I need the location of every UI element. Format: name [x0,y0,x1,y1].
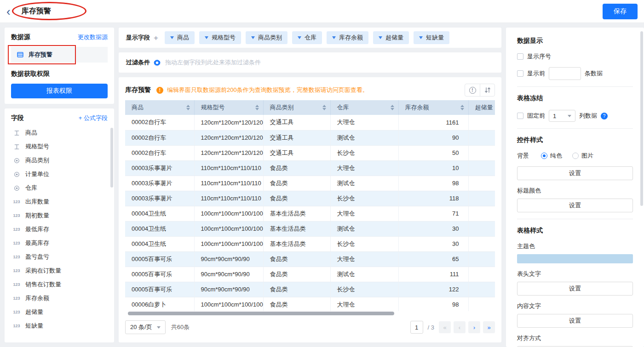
sort-arrows-icon[interactable] [186,105,190,110]
table-row[interactable]: 00004卫生纸100cm*100cm*100/100基本生活品类大理仓71 [125,206,495,221]
field-item-商品[interactable]: 商品 [5,126,114,140]
last-page-button[interactable]: » [483,321,495,333]
column-header-商品类别[interactable]: 商品类别 [263,100,330,115]
table-cell: 120cm*120cm*120/120 [194,115,263,130]
freeze-columns-checkbox[interactable] [517,113,523,119]
display-field-chip-仓库[interactable]: 仓库 [292,31,322,44]
table-cell [468,206,495,221]
field-item-超储量[interactable]: 123超储量 [5,305,114,319]
column-header-商品[interactable]: 商品 [125,100,194,115]
show-index-checkbox[interactable] [517,53,523,60]
table-row[interactable]: 00004卫生纸100cm*100cm*100/100基本生活品类长沙仓30 [125,236,495,251]
column-header-超储量[interactable]: 超储量 [468,100,495,115]
theme-color-swatch[interactable] [517,254,633,263]
field-item-期初数量[interactable]: 123期初数量 [5,209,114,222]
column-header-仓库[interactable]: 仓库 [330,100,398,115]
table-row[interactable]: 00002自行车120cm*120cm*120/120交通工具长沙仓50 [125,145,495,160]
display-field-chip-库存余额[interactable]: 库存余额 [327,31,368,44]
table-cell: 大理仓 [330,297,398,311]
show-first-count-input[interactable] [549,67,581,80]
sort-arrows-icon[interactable] [391,105,394,110]
display-field-chip-商品类别[interactable]: 商品类别 [246,31,288,44]
number-field-icon: 123 [12,255,21,259]
add-formula-field-link[interactable]: + 公式字段 [79,114,108,122]
sort-icon[interactable] [480,84,494,96]
title-color-set-button[interactable]: 设置 [517,199,633,212]
report-permission-button[interactable]: 报表权限 [11,84,108,98]
field-item-仓库[interactable]: 仓库 [5,181,114,195]
table-cell: 110cm*110cm*110/110 [194,191,263,206]
fields-scrollbar[interactable] [110,128,113,188]
warning-text: 编辑界面只取数据源前200条作为查询数据预览，完整数据请访问页面查看。 [167,86,368,94]
gear-icon[interactable] [154,59,161,66]
field-item-最高库存[interactable]: 123最高库存 [5,236,114,250]
bg-solid-option[interactable]: 纯色 [541,152,562,160]
table-cell: 测试仓 [330,176,398,191]
field-item-销售在订数量[interactable]: 123销售在订数量 [5,278,114,291]
page-title: 库存预警 [22,6,51,16]
datasource-item[interactable]: 库存预警 [11,47,108,63]
field-item-采购在订数量[interactable]: 123采购在订数量 [5,264,114,278]
scrollbar-thumb[interactable] [128,312,394,315]
column-header-库存余额[interactable]: 库存余额 [398,100,468,115]
select-field-icon [12,185,21,191]
background-label: 背景 [517,152,529,160]
table-row[interactable]: 00003乐事薯片110cm*110cm*110/110食品类大理仓10 [125,160,495,176]
content-text-set-button[interactable]: 设置 [517,314,633,328]
next-page-button[interactable]: › [468,321,480,333]
header-text-set-button[interactable]: 设置 [517,282,633,296]
prev-page-button[interactable]: ‹ [454,321,466,333]
table-row[interactable]: 00005百事可乐90cm*90cm*90/90食品类测试仓111 [125,267,495,282]
table-row[interactable]: 00002自行车120cm*120cm*120/120交通工具大理仓1161 [125,115,495,130]
filter-bar[interactable]: 过滤条件 拖动左侧字段到此处来添加过滤条件 [119,52,501,73]
field-item-商品类别[interactable]: 商品类别 [5,154,114,167]
help-icon[interactable]: ? [601,113,608,119]
background-set-button[interactable]: 设置 [517,166,633,180]
radio-icon[interactable] [572,153,579,159]
display-field-chip-规格型号[interactable]: 规格型号 [199,31,241,44]
table-row[interactable]: 00003乐事薯片110cm*110cm*110/110食品类长沙仓118 [125,191,495,206]
divider [517,86,633,87]
table-row[interactable]: 00005百事可乐90cm*90cm*90/90食品类大理仓65 [125,251,495,267]
table-freeze-title: 表格冻结 [517,94,633,102]
save-button[interactable]: 保存 [603,4,638,19]
data-display-title: 数据显示 [517,37,633,45]
sort-arrows-icon[interactable] [255,105,259,110]
show-first-checkbox[interactable] [517,70,523,77]
table-cell: 测试仓 [330,221,398,236]
bg-image-option[interactable]: 图片 [572,152,593,160]
current-page-input[interactable]: 1 [410,321,423,334]
field-item-规格型号[interactable]: 规格型号 [5,140,114,154]
horizontal-scrollbar[interactable] [125,311,495,316]
freeze-count-select[interactable]: 1 [549,110,575,122]
page-size-select[interactable]: 20 条/页 [125,320,166,334]
table-cell: 110cm*110cm*110/110 [194,160,263,176]
table-row[interactable]: 00004卫生纸100cm*100cm*100/100基本生活品类测试仓30 [125,221,495,236]
info-icon[interactable]: ! [465,84,480,96]
table-row[interactable]: 00002自行车120cm*120cm*120/120交通工具测试仓90 [125,130,495,145]
field-item-短缺量[interactable]: 123短缺量 [5,319,114,333]
field-item-出库数量[interactable]: 123出库数量 [5,195,114,209]
display-field-chip-短缺量[interactable]: 短缺量 [414,31,449,44]
change-datasource-link[interactable]: 更改数据源 [78,33,108,41]
field-item-最低库存[interactable]: 123最低库存 [5,222,114,236]
back-icon[interactable]: ‹ [6,6,11,17]
radio-selected-icon[interactable] [541,153,547,159]
table-cell [468,297,495,311]
column-header-规格型号[interactable]: 规格型号 [194,100,263,115]
display-field-chip-超储量[interactable]: 超储量 [373,31,409,44]
sort-arrows-icon[interactable] [322,105,326,110]
field-item-盈亏盘亏[interactable]: 123盈亏盘亏 [5,250,114,264]
field-label: 规格型号 [25,142,49,151]
table-row[interactable]: 00003乐事薯片110cm*110cm*110/110食品类测试仓98 [125,176,495,191]
field-item-库存余额[interactable]: 123库存余额 [5,291,114,305]
table-row[interactable]: 00005百事可乐90cm*90cm*90/90食品类长沙仓122 [125,282,495,297]
number-field-icon: 123 [12,241,21,245]
add-display-field-button[interactable]: + [154,34,158,42]
first-page-button[interactable]: « [439,321,451,333]
table-row[interactable]: 00006白萝卜100cm*100cm*100/100食品类大理仓98 [125,297,495,311]
display-field-chip-商品[interactable]: 商品 [165,31,195,44]
sort-arrows-icon[interactable] [460,105,464,110]
settings-scrollbar[interactable] [640,31,643,206]
field-item-计量单位[interactable]: 计量单位 [5,167,114,181]
